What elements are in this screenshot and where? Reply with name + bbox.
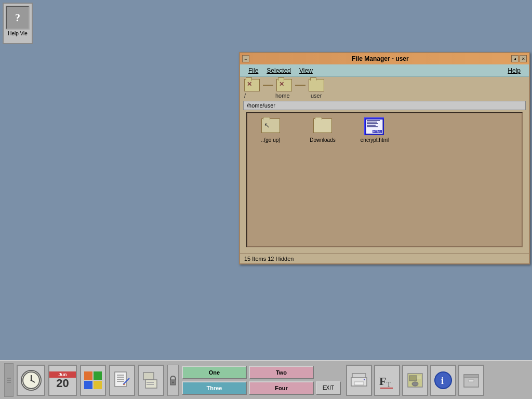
btn-one[interactable]: One — [182, 366, 247, 379]
svg-rect-23 — [354, 382, 364, 385]
breadcrumb-row: ✕ ✕ — [240, 77, 529, 92]
window-small-button[interactable]: ◂ — [511, 55, 518, 62]
file-area-wrapper: ↖ ..(go up) Downloads — [240, 112, 529, 250]
help-viewer-widget[interactable]: ? Help Vie — [3, 3, 33, 44]
window-close-button[interactable]: ✕ — [520, 55, 527, 62]
svg-rect-17 — [147, 382, 154, 383]
svg-rect-36 — [469, 380, 474, 382]
file-label-downloads: Downloads — [310, 137, 335, 143]
breadcrumb-label-root: / — [244, 92, 270, 99]
breadcrumb-user-icon[interactable] — [309, 79, 324, 91]
window-titlebar: – File Manager - user ◂ ✕ — [240, 53, 529, 64]
file-item-downloads[interactable]: Downloads — [304, 118, 341, 143]
taskbar-btn-row-top: One Two — [182, 366, 341, 379]
taskbar-document-icon[interactable] — [109, 365, 135, 396]
status-text: 15 Items 12 Hidden — [244, 256, 294, 262]
breadcrumb-connector-2 — [295, 85, 305, 86]
svg-rect-7 — [94, 381, 102, 389]
window-minimize-button[interactable]: – — [242, 55, 249, 62]
taskbar-archive-icon[interactable] — [458, 365, 484, 396]
menubar: File Selected View Help — [240, 64, 529, 77]
svg-text:T: T — [387, 381, 391, 389]
svg-rect-24 — [364, 379, 365, 380]
breadcrumb-root-icon[interactable]: ✕ — [244, 79, 260, 91]
exit-button[interactable]: EXIT — [316, 381, 341, 395]
svg-rect-30 — [417, 376, 421, 379]
taskbar-printer-icon[interactable] — [346, 365, 372, 396]
help-viewer-label: Help Vie — [8, 31, 28, 36]
window-title: File Manager - user — [249, 55, 511, 62]
svg-point-31 — [412, 382, 418, 386]
taskbar-tools: F T i — [346, 365, 484, 396]
help-viewer-icon: ? — [6, 6, 30, 30]
file-label-goup: ..(go up) — [261, 137, 280, 143]
btn-four[interactable]: Four — [249, 381, 314, 395]
taskbar-btn-row-bottom: Three Four EXIT — [182, 381, 341, 395]
svg-rect-4 — [84, 371, 92, 380]
menu-help[interactable]: Help — [503, 66, 525, 75]
svg-rect-5 — [94, 371, 102, 380]
current-path-text: /home/user — [247, 102, 275, 109]
file-manager-window: – File Manager - user ◂ ✕ File Selected … — [239, 52, 530, 264]
breadcrumb-label-home: home — [275, 92, 301, 99]
taskbar-color-icon[interactable] — [80, 365, 106, 396]
clock-face — [21, 370, 42, 391]
svg-rect-6 — [84, 381, 92, 389]
menu-file[interactable]: File — [244, 66, 262, 75]
svg-rect-18 — [147, 384, 154, 385]
btn-two[interactable]: Two — [249, 366, 314, 379]
svg-point-20 — [172, 381, 174, 383]
svg-point-3 — [30, 379, 32, 381]
menu-selected[interactable]: Selected — [262, 66, 295, 75]
taskbar: Jun 20 — [0, 360, 532, 399]
breadcrumb-home-icon[interactable]: ✕ — [276, 79, 292, 91]
btn-three[interactable]: Three — [182, 381, 247, 395]
status-bar: 15 Items 12 Hidden — [240, 254, 529, 263]
file-label-encrypt-html: encrypt.html — [361, 137, 389, 143]
desktop: ? Help Vie – File Manager - user ◂ ✕ Fil… — [0, 0, 532, 399]
svg-rect-29 — [409, 376, 417, 381]
folder-goup-icon: ↖ — [261, 118, 280, 135]
file-html-icon: HTML — [365, 118, 384, 135]
breadcrumb-label-user: user — [311, 92, 337, 99]
taskbar-calendar[interactable]: Jun 20 — [48, 365, 77, 396]
breadcrumb-connector-1 — [263, 85, 273, 86]
file-item-encrypt-html[interactable]: HTML encrypt.html — [356, 118, 393, 143]
taskbar-clock[interactable] — [17, 365, 45, 396]
taskbar-handle — [4, 363, 14, 397]
taskbar-fax-icon[interactable] — [138, 365, 164, 396]
taskbar-disk-icon[interactable] — [402, 365, 428, 396]
taskbar-app-buttons: One Two Three Four EXIT — [182, 366, 341, 395]
svg-rect-35 — [464, 375, 478, 378]
svg-text:i: i — [441, 376, 444, 386]
taskbar-info-icon[interactable]: i — [430, 365, 456, 396]
file-item-goup[interactable]: ↖ ..(go up) — [252, 118, 289, 143]
folder-downloads-icon — [313, 118, 332, 135]
taskbar-lock-icon — [167, 365, 179, 396]
svg-text:F: F — [379, 375, 386, 388]
breadcrumb-labels: / home user — [240, 92, 529, 101]
calendar-day: 20 — [56, 378, 69, 389]
menu-view[interactable]: View — [295, 66, 317, 75]
taskbar-font-icon[interactable]: F T — [374, 365, 400, 396]
svg-rect-15 — [143, 373, 154, 380]
current-path-bar: /home/user — [243, 101, 526, 110]
file-area: ↖ ..(go up) Downloads — [246, 112, 523, 247]
